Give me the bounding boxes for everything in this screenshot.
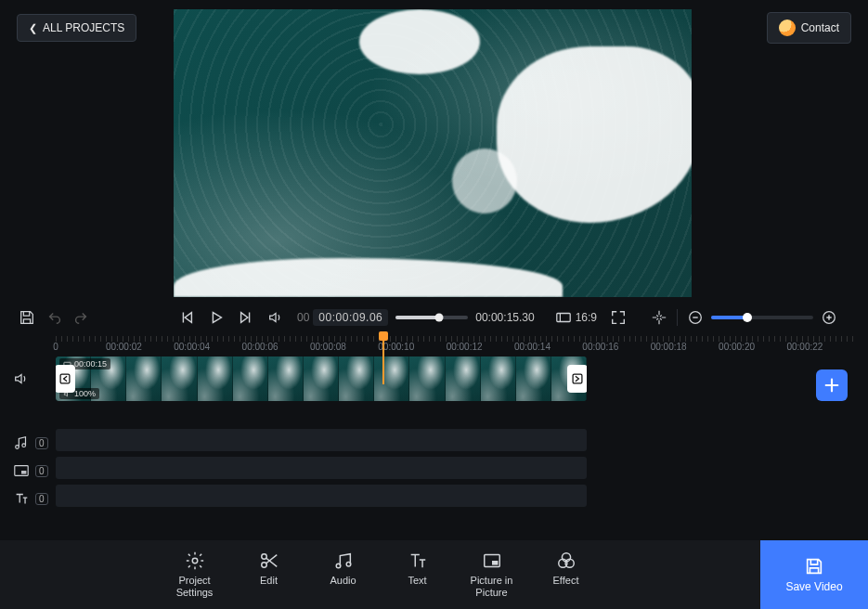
svg-point-12 bbox=[346, 563, 351, 567]
play-icon[interactable] bbox=[208, 309, 225, 326]
aspect-label: 16:9 bbox=[576, 311, 597, 324]
effect-button[interactable]: Effect bbox=[544, 551, 589, 598]
current-time: 00:00:09.06 bbox=[313, 309, 388, 326]
svg-rect-14 bbox=[492, 561, 498, 565]
prev-frame-icon[interactable] bbox=[178, 309, 195, 326]
scrub-knob[interactable] bbox=[435, 314, 444, 322]
ruler-label: 00:00:06 bbox=[242, 342, 279, 352]
zoom-knob[interactable] bbox=[743, 313, 752, 322]
text-track-header[interactable]: 0 bbox=[13, 485, 52, 512]
zoom-slider[interactable] bbox=[711, 316, 813, 319]
timeline-ruler[interactable]: 0 00:00:02 00:00:04 00:00:06 00:00:08 00… bbox=[56, 336, 857, 355]
plus-icon bbox=[823, 377, 840, 394]
ruler-label: 00:00:14 bbox=[514, 342, 551, 352]
zoom-out-icon[interactable] bbox=[687, 309, 704, 326]
text-lane[interactable] bbox=[56, 485, 587, 507]
next-frame-icon[interactable] bbox=[238, 309, 254, 326]
audio-lane[interactable] bbox=[56, 429, 587, 451]
svg-rect-6 bbox=[60, 374, 70, 383]
contact-label: Contact bbox=[801, 21, 839, 34]
text-track-count: 0 bbox=[35, 493, 48, 505]
playback-controls bbox=[178, 309, 284, 326]
playhead[interactable] bbox=[382, 336, 384, 384]
music-icon bbox=[13, 434, 30, 451]
add-media-button[interactable] bbox=[816, 369, 848, 401]
svg-point-10 bbox=[261, 563, 266, 568]
bottom-toolbar: Project Settings Edit Audio Text Picture… bbox=[0, 540, 868, 609]
edit-button[interactable]: Edit bbox=[247, 551, 291, 598]
headset-icon bbox=[779, 19, 796, 36]
pip-lane[interactable] bbox=[56, 457, 587, 479]
ruler-label: 00:00:12 bbox=[447, 342, 483, 352]
preview-decoration bbox=[174, 258, 563, 297]
contact-button[interactable]: Contact bbox=[767, 12, 851, 44]
fullscreen-icon[interactable] bbox=[610, 309, 627, 326]
clip-trim-right-handle[interactable] bbox=[567, 365, 587, 393]
timeline: 0 0 0 00:00:15 100% bbox=[0, 356, 868, 540]
pip-button[interactable]: Picture in Picture bbox=[470, 551, 514, 598]
save-video-button[interactable]: Save Video bbox=[760, 540, 868, 609]
preview-decoration bbox=[497, 46, 692, 223]
scrub-slider[interactable] bbox=[395, 316, 468, 319]
speaker-icon[interactable] bbox=[13, 370, 30, 387]
gear-icon bbox=[185, 551, 205, 571]
tool-group: Project Settings Edit Audio Text Picture… bbox=[0, 551, 760, 598]
svg-point-11 bbox=[336, 564, 341, 569]
ruler-label: 00:00:18 bbox=[651, 342, 687, 352]
ruler-label: 00:00:04 bbox=[174, 342, 210, 352]
pip-icon bbox=[482, 551, 502, 571]
ruler-label: 00:00:20 bbox=[719, 342, 755, 352]
all-projects-button[interactable]: ❮ ALL PROJECTS bbox=[17, 14, 136, 42]
audio-track-header[interactable]: 0 bbox=[13, 429, 52, 457]
svg-rect-7 bbox=[573, 374, 582, 383]
scrub-fill bbox=[395, 316, 439, 319]
separator bbox=[677, 309, 678, 326]
clip-trim-left-handle[interactable] bbox=[56, 365, 75, 393]
ruler-label: 0 bbox=[53, 342, 58, 352]
preview-decoration bbox=[452, 149, 517, 214]
ruler-label: 00:00:16 bbox=[582, 342, 618, 352]
preview-decoration bbox=[359, 9, 480, 74]
audio-button[interactable]: Audio bbox=[321, 551, 366, 598]
video-preview[interactable] bbox=[174, 9, 692, 297]
project-settings-button[interactable]: Project Settings bbox=[173, 551, 217, 598]
svg-point-8 bbox=[192, 559, 198, 564]
volume-icon[interactable] bbox=[267, 309, 284, 326]
pip-track-header[interactable]: 0 bbox=[13, 457, 52, 485]
snap-icon[interactable] bbox=[651, 309, 667, 326]
text-icon bbox=[13, 490, 30, 507]
ruler-label: 00:00:08 bbox=[310, 342, 346, 352]
svg-point-9 bbox=[261, 554, 266, 560]
all-projects-label: ALL PROJECTS bbox=[43, 21, 124, 34]
ruler-label: 00:00:02 bbox=[106, 342, 142, 352]
ruler-label: 00:00:22 bbox=[786, 342, 823, 352]
undo-icon[interactable] bbox=[46, 309, 63, 326]
chevron-left-icon: ❮ bbox=[29, 22, 37, 34]
text-button[interactable]: Text bbox=[395, 551, 440, 598]
video-track-header[interactable] bbox=[13, 356, 52, 401]
text-icon bbox=[408, 551, 428, 571]
aspect-icon[interactable] bbox=[555, 309, 572, 326]
redo-icon[interactable] bbox=[72, 309, 89, 326]
save-icon bbox=[804, 556, 824, 577]
music-icon bbox=[333, 551, 354, 571]
transport-bar: 00 00:00:09.06 00:00:15.30 16:9 bbox=[0, 303, 868, 332]
effect-icon bbox=[556, 551, 577, 571]
svg-rect-4 bbox=[21, 471, 26, 474]
pip-track-count: 0 bbox=[35, 465, 48, 477]
video-clip[interactable]: 00:00:15 100% bbox=[56, 356, 587, 401]
pip-icon bbox=[13, 462, 30, 479]
save-icon[interactable] bbox=[19, 309, 35, 326]
svg-rect-0 bbox=[556, 314, 569, 322]
audio-track-count: 0 bbox=[35, 437, 48, 449]
time-prefix: 00 bbox=[297, 311, 309, 324]
zoom-in-icon[interactable] bbox=[821, 309, 837, 326]
scissors-icon bbox=[259, 551, 279, 571]
track-header-column: 0 0 0 bbox=[13, 356, 52, 512]
total-time: 00:00:15.30 bbox=[475, 311, 534, 324]
